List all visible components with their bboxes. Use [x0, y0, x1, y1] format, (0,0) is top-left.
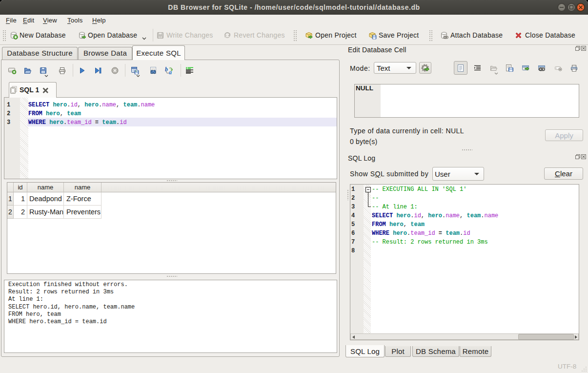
svg-text:a: a: [169, 69, 172, 75]
